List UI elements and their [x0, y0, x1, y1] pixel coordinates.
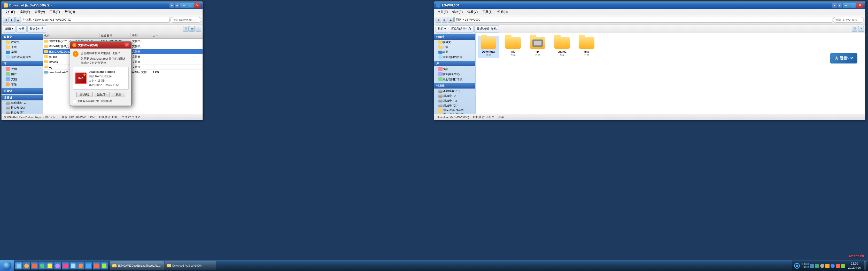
- sidebar-item-music[interactable]: 音乐: [2, 82, 43, 87]
- right-menu-help[interactable]: 帮助(H): [495, 9, 510, 15]
- left-open-button[interactable]: 打开: [16, 25, 27, 33]
- right-sidebar-computer-header[interactable]: 计算机: [434, 83, 475, 89]
- right-sidebar-item-download[interactable]: 下载: [434, 45, 475, 49]
- right-minimize-button[interactable]: ─: [843, 3, 850, 8]
- progress-indicator[interactable]: [794, 263, 800, 269]
- right-sidebar-library-header[interactable]: 库: [434, 61, 475, 66]
- list-item[interactable]: lp 共享: [527, 36, 548, 58]
- taskbar-clock[interactable]: 22:20 2013/4/26: [846, 262, 863, 270]
- tray-icon-4[interactable]: [826, 264, 830, 268]
- left-view-icon[interactable]: ☰: [183, 26, 189, 32]
- sidebar-item-favorites[interactable]: 收藏夹: [2, 40, 43, 45]
- left-nav-next-icon[interactable]: ►: [175, 3, 180, 8]
- tray-icon-1[interactable]: [810, 264, 814, 268]
- taskbar-app-2[interactable]: Download (\\LS-WVL000): [164, 262, 216, 270]
- quick-launch-icon-4[interactable]: [38, 262, 46, 269]
- sidebar-item-desktop[interactable]: 桌面: [2, 49, 43, 55]
- right-help-icon[interactable]: ?: [858, 26, 864, 32]
- quick-launch-icon-1[interactable]: [15, 262, 23, 269]
- col-date-header[interactable]: 修改日期: [100, 33, 131, 38]
- right-close-button[interactable]: ✕: [857, 3, 863, 8]
- tray-icon-3[interactable]: [820, 264, 824, 268]
- sidebar-item-f-drive[interactable]: 新加卷 (F:): [2, 110, 43, 114]
- left-forward-button[interactable]: ►: [9, 17, 15, 23]
- right-nav-prev-icon[interactable]: ◄: [832, 3, 837, 8]
- list-item[interactable]: info 共享: [503, 36, 523, 58]
- right-search-input[interactable]: [833, 17, 864, 23]
- col-size-header[interactable]: 大小: [151, 33, 167, 38]
- left-menu-help[interactable]: 帮助(H): [63, 9, 77, 15]
- right-sidebar-favorites-header[interactable]: 收藏夹: [434, 34, 475, 40]
- left-menu-file[interactable]: 文件(F): [3, 9, 17, 15]
- right-sidebar-item-desktop[interactable]: 桌面: [434, 49, 475, 55]
- right-menu-edit[interactable]: 编辑(E): [450, 9, 465, 15]
- taskbar-app-1[interactable]: 3DMGAME.Dead1sland.Riptide.RLD.CN...: [110, 262, 164, 270]
- dialog-skip-button[interactable]: 跳过(S): [94, 92, 110, 97]
- quick-launch-icon-8[interactable]: [69, 262, 77, 269]
- right-menu-view[interactable]: 查看(V): [465, 9, 480, 15]
- left-new-folder-button[interactable]: 新建文件夹: [27, 25, 46, 33]
- list-item[interactable]: tmp 共享: [576, 36, 597, 58]
- left-back-button[interactable]: ◄: [3, 17, 8, 23]
- quick-launch-icon-9[interactable]: [77, 262, 85, 269]
- tray-icon-5[interactable]: [831, 264, 835, 268]
- sidebar-item-recent[interactable]: 最近访问的位置: [2, 55, 43, 60]
- right-sidebar-share2a[interactable]: Share2 (\\LS-WVL...: [434, 108, 475, 112]
- right-forward-button[interactable]: ►: [442, 17, 447, 23]
- left-maximize-button[interactable]: □: [187, 3, 194, 8]
- left-sidebar-homegroup-header[interactable]: 家庭组: [2, 88, 43, 94]
- right-back-button[interactable]: ◄: [436, 17, 441, 23]
- right-sidebar-item-newinitial-lib[interactable]: 临近共享中心: [434, 71, 475, 77]
- left-sidebar-library-header[interactable]: 库: [2, 61, 43, 66]
- sidebar-item-documents[interactable]: 文档: [2, 77, 43, 82]
- right-nav-next-icon[interactable]: ►: [838, 3, 842, 8]
- quick-launch-icon-10[interactable]: [85, 262, 92, 269]
- left-search-input[interactable]: [170, 17, 201, 23]
- left-view-details-icon[interactable]: ▤: [189, 26, 195, 32]
- sidebar-item-download[interactable]: 下载: [2, 45, 43, 49]
- quick-launch-icon-3[interactable]: [31, 262, 38, 269]
- tray-icon-2[interactable]: [815, 264, 819, 268]
- dialog-apply-all-checkbox[interactable]: [73, 100, 76, 103]
- right-menu-tools[interactable]: 工具(T): [480, 9, 494, 15]
- right-network-center-button[interactable]: 网络和共享中心: [449, 25, 473, 33]
- quick-launch-icon-7[interactable]: [62, 262, 69, 269]
- right-view-icon[interactable]: ☰: [852, 26, 858, 32]
- list-item[interactable]: share2 共享: [552, 36, 572, 58]
- right-organize-button[interactable]: 组织 ▾: [436, 25, 448, 33]
- dialog-retry-button[interactable]: 重试(U): [76, 92, 92, 97]
- right-sidebar-item-video[interactable]: 视频: [434, 66, 475, 71]
- left-menu-tools[interactable]: 工具(T): [48, 9, 62, 15]
- left-path-breadcrumb[interactable]: 计算机 > Download (\\LS-WVL000) (Z:): [22, 17, 169, 23]
- start-button[interactable]: [0, 261, 14, 271]
- col-type-header[interactable]: 类型: [131, 33, 151, 38]
- right-sidebar-item-recent[interactable]: 最近访问的位置: [434, 55, 475, 60]
- network-stats[interactable]: ↑ 1K/S ↓ 14K/S: [801, 263, 809, 269]
- sidebar-item-video[interactable]: 视频: [2, 66, 43, 71]
- left-sidebar-favorites-header[interactable]: 收藏夹: [2, 34, 43, 40]
- left-minimize-button[interactable]: ─: [180, 3, 187, 8]
- left-help-icon[interactable]: ?: [195, 26, 201, 32]
- list-item[interactable]: Download 共享: [478, 36, 499, 58]
- right-sidebar-d-drive[interactable]: 新加卷 (D:): [434, 94, 475, 98]
- col-name-header[interactable]: 名称: [43, 33, 100, 38]
- quick-launch-icon-12[interactable]: [100, 262, 108, 269]
- dialog-close-button[interactable]: ✕: [125, 43, 129, 47]
- right-up-button[interactable]: ▲: [448, 17, 454, 23]
- quick-launch-icon-6[interactable]: [54, 262, 61, 269]
- right-sidebar-g-drive[interactable]: 新加卷 (G:): [434, 103, 475, 108]
- right-sidebar-share2b[interactable]: Share2 (\\LS-WVL...: [434, 112, 475, 114]
- dialog-cancel-button[interactable]: 取消: [111, 92, 125, 97]
- left-nav-prev-icon[interactable]: ◄: [169, 3, 174, 8]
- quick-launch-icon-2[interactable]: [23, 262, 30, 269]
- right-recent-printers-button[interactable]: 最近访问打印机: [474, 25, 499, 33]
- left-menu-view[interactable]: 查看(V): [33, 9, 47, 15]
- right-sidebar-c-drive[interactable]: 本地磁盘 (C:): [434, 89, 475, 94]
- right-sidebar-item-quality-dl[interactable]: 最近访问打印机: [434, 77, 475, 82]
- left-up-button[interactable]: ▲: [15, 17, 21, 23]
- show-desktop-button[interactable]: [864, 262, 866, 270]
- quick-launch-icon-11[interactable]: [93, 262, 100, 269]
- sidebar-item-d-drive[interactable]: 新加卷 (D:): [2, 105, 43, 110]
- right-maximize-button[interactable]: □: [850, 3, 857, 8]
- right-sidebar-item-favorites[interactable]: 收藏夹: [434, 40, 475, 45]
